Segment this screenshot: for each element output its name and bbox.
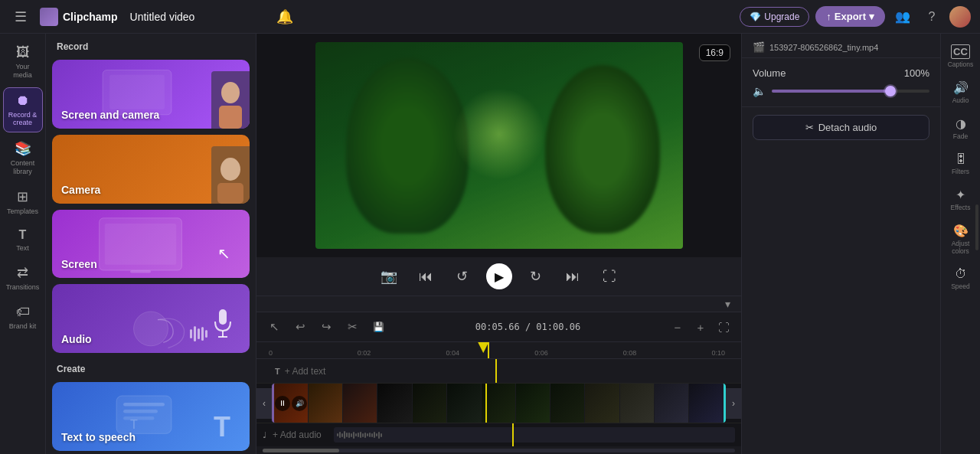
timeline-nav-right[interactable]: › (726, 388, 741, 419)
screen-and-camera-label: Screen and camera (61, 109, 159, 121)
captions-icon: CC (951, 44, 970, 59)
frame-8 (516, 384, 550, 423)
volume-row: Volume 100% (753, 67, 929, 79)
file-name-text: 153927-806526862_tiny.mp4 (769, 43, 878, 52)
sidebar-item-text[interactable]: T Text (3, 224, 43, 257)
sidebar-item-brand-kit[interactable]: 🏷 Brand kit (3, 299, 43, 335)
video-track-row: ‹ (256, 384, 741, 423)
app-name: Clipchamp (63, 11, 118, 23)
upgrade-button[interactable]: 💎 Upgrade (740, 7, 809, 27)
time-display: 00:05.66 / 01:00.06 (394, 322, 662, 332)
timeline-nav-left[interactable]: ‹ (256, 388, 272, 419)
prev-button[interactable]: ⏮ (413, 263, 439, 289)
track-volume-button[interactable]: 🔊 (292, 396, 307, 411)
sidebar: 🖼 Your media ⏺ Record & create 📚 Content… (0, 34, 46, 454)
avatar[interactable] (949, 6, 971, 28)
collapse-timeline-button[interactable]: ▾ (725, 298, 730, 310)
forward-button[interactable]: ↻ (523, 263, 549, 289)
sidebar-item-record-create[interactable]: ⏺ Record & create (3, 87, 43, 133)
share-button[interactable]: 👥 (891, 5, 914, 28)
sidebar-item-transitions[interactable]: ⇄ Transitions (3, 260, 43, 296)
export-button[interactable]: ↑ Export ▾ (815, 6, 885, 27)
cursor-tool-button[interactable]: ↖ (264, 317, 284, 337)
video-title-input[interactable] (126, 9, 269, 24)
timeline-toolbar: ↖ ↩ ↪ ✂ 💾 00:05.66 / 01:00.06 − + ⛶ (256, 312, 741, 342)
app-logo: Clipchamp (40, 8, 118, 26)
scrollbar-thumb[interactable] (263, 449, 339, 452)
ruler-mark-8: 0:08 (623, 349, 637, 357)
audio-card[interactable]: Audio (52, 284, 250, 353)
wb-14 (367, 433, 368, 436)
ruler-mark-10: 0:10 (712, 349, 726, 357)
add-audio-label[interactable]: + Add audio (273, 430, 322, 440)
filters-label: Filters (952, 168, 969, 175)
speed-icon: ⏱ (955, 267, 967, 281)
wb-10 (358, 433, 359, 437)
captions-button[interactable]: CC Captions (944, 40, 978, 73)
file-info: 🎬 153927-806526862_tiny.mp4 (753, 41, 929, 53)
next-button[interactable]: ⏭ (560, 263, 586, 289)
camera-card[interactable]: Camera (52, 135, 250, 204)
notification-icon[interactable]: 🔔 (276, 8, 293, 25)
svg-point-11 (134, 312, 168, 346)
audio-panel-label: Audio (952, 96, 969, 104)
wb-15 (369, 433, 371, 437)
help-button[interactable]: ? (920, 5, 943, 28)
play-button[interactable]: ▶ (486, 263, 512, 289)
waveform-decoration (190, 326, 207, 341)
volume-slider[interactable] (772, 90, 929, 93)
menu-button[interactable]: ☰ (9, 5, 32, 28)
ruler-mark-4: 0:04 (446, 349, 459, 357)
cut-button[interactable]: ✂ (342, 317, 362, 337)
volume-slider-thumb[interactable] (885, 86, 896, 96)
topbar-left: ☰ Clipchamp 🔔 (9, 5, 732, 28)
zoom-out-button[interactable]: − (668, 317, 688, 337)
adjust-colors-button[interactable]: 🎨 Adjust colors (944, 219, 978, 260)
sidebar-item-your-media[interactable]: 🖼 Your media (3, 40, 43, 84)
fade-label: Fade (953, 132, 968, 140)
wb-3 (341, 433, 343, 437)
snapshot-button[interactable]: 📷 (376, 263, 402, 289)
wb-16 (371, 433, 373, 437)
zoom-controls: − + ⛶ (668, 317, 733, 337)
rewind-button[interactable]: ↺ (449, 263, 475, 289)
effects-button[interactable]: ✦ Effects (944, 183, 978, 216)
logo-icon (40, 8, 58, 26)
wb-20 (381, 433, 382, 437)
screen-and-camera-card[interactable]: Screen and camera (52, 60, 250, 129)
svg-rect-10 (130, 270, 151, 273)
wb-13 (364, 433, 366, 438)
speed-button[interactable]: ⏱ Speed (944, 263, 978, 295)
waveform-bars (334, 427, 385, 443)
wb-17 (374, 432, 375, 438)
fade-button[interactable]: ◑ Fade (944, 112, 978, 145)
preview-video (315, 42, 683, 249)
audio-panel-button[interactable]: 🔊 Audio (944, 76, 978, 109)
svg-rect-9 (105, 224, 176, 265)
text-to-speech-card[interactable]: T Text to speech T (52, 382, 250, 451)
sidebar-item-content-library[interactable]: 📚 Content library (3, 136, 43, 181)
video-frame-strip[interactable] (272, 384, 726, 423)
wb-18 (376, 433, 377, 436)
redo-button[interactable]: ↪ (316, 317, 336, 337)
undo-button[interactable]: ↩ (290, 317, 310, 337)
aspect-ratio-badge: 16:9 (699, 44, 730, 61)
frame-9 (550, 384, 585, 423)
scrollbar-track[interactable] (263, 449, 735, 452)
track-pause-button[interactable]: ⏸ (275, 396, 290, 411)
center-area: 16:9 📷 ⏮ ↺ ▶ ↻ ⏭ ⛶ ▾ (256, 34, 741, 454)
fullscreen-button[interactable]: ⛶ (596, 263, 622, 289)
save-button[interactable]: 💾 (368, 317, 388, 337)
zoom-in-button[interactable]: + (691, 317, 710, 337)
text-to-speech-label: Text to speech (61, 431, 136, 443)
detach-audio-button[interactable]: ✂ Detach audio (753, 115, 929, 140)
svg-rect-18 (123, 416, 154, 420)
cursor-icon: ↖ (217, 244, 230, 263)
fit-view-button[interactable]: ⛶ (714, 317, 733, 337)
sidebar-item-templates[interactable]: ⊞ Templates (3, 184, 43, 220)
add-text-label[interactable]: + Add text (285, 366, 326, 377)
svg-rect-15 (116, 396, 172, 433)
track-controls-overlay: ⏸ 🔊 (275, 396, 307, 411)
screen-card[interactable]: ↖ Screen (52, 210, 250, 279)
filters-button[interactable]: 🎛 Filters (944, 148, 978, 180)
